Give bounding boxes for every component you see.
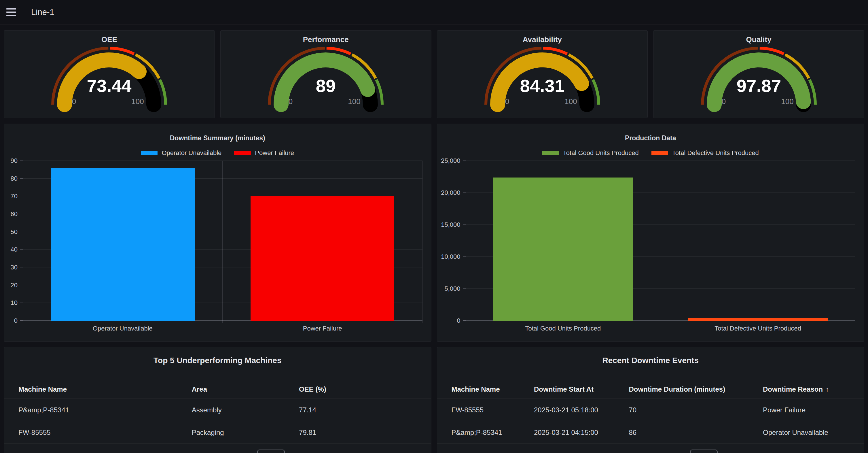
table-row: FW-85555Packaging79.81 xyxy=(4,421,431,444)
panel-downtime-summary: Downtime Summary (minutes) Operator Unav… xyxy=(4,124,431,342)
chart-title: Downtime Summary (minutes) xyxy=(4,134,431,142)
gauge-min-label: 0 xyxy=(505,97,509,106)
chart-legend: Operator UnavailablePower Failure xyxy=(4,149,431,157)
gauge-value: 89 xyxy=(316,76,336,96)
y-axis-tick-label: 10,000 xyxy=(437,253,461,261)
panel-top5-underperforming-machines: Top 5 Underperforming Machines Machine N… xyxy=(4,347,431,453)
gridline xyxy=(23,160,423,161)
gauge-value: 97.87 xyxy=(736,76,781,96)
gauge-max-label: 100 xyxy=(348,97,360,106)
y-axis-tick-label: 20,000 xyxy=(437,189,461,197)
chart-legend: Total Good Units ProducedTotal Defective… xyxy=(437,149,864,157)
table-cell: 77.14 xyxy=(299,406,431,414)
gauge-svg: 97.870100 xyxy=(695,45,822,112)
legend-label: Operator Unavailable xyxy=(161,149,221,157)
gauge-title: Performance xyxy=(303,35,349,44)
gauge-svg: 890100 xyxy=(262,45,389,112)
y-axis-tick-label: 50 xyxy=(4,228,18,236)
table-title: Recent Downtime Events xyxy=(437,356,864,365)
table: Machine NameAreaOEE (%)P&amp;P-85341Asse… xyxy=(4,380,431,444)
y-axis-tick-label: 15,000 xyxy=(437,221,461,229)
legend-item[interactable]: Total Defective Units Produced xyxy=(651,149,759,157)
column-header[interactable]: Machine Name xyxy=(452,385,534,393)
pagination-button[interactable] xyxy=(690,450,718,453)
y-axis-tick-label: 25,000 xyxy=(437,157,461,164)
panel-gauge-oee: OEE 73.440100 xyxy=(4,30,215,118)
legend-item[interactable]: Power Failure xyxy=(234,149,294,157)
table-cell: Operator Unavailable xyxy=(763,428,864,436)
axis-tick xyxy=(463,289,466,289)
sort-ascending-icon: ↑ xyxy=(826,385,829,393)
chart-title: Production Data xyxy=(437,134,864,142)
table-cell: 2025-03-21 04:15:00 xyxy=(534,428,629,436)
y-axis-line xyxy=(466,161,466,321)
column-header[interactable]: Downtime Reason↑ xyxy=(763,385,864,393)
column-header[interactable]: Downtime Start At xyxy=(534,385,629,393)
column-header[interactable]: Area xyxy=(192,385,299,393)
category-separator xyxy=(422,161,423,323)
category-separator xyxy=(660,161,660,323)
axis-tick xyxy=(463,160,466,161)
y-axis-tick-label: 20 xyxy=(4,281,18,289)
legend-label: Total Defective Units Produced xyxy=(672,149,759,157)
axis-tick xyxy=(20,321,23,321)
axis-tick xyxy=(20,160,23,161)
legend-item[interactable]: Operator Unavailable xyxy=(141,149,221,157)
gauge-value: 73.44 xyxy=(87,76,132,96)
y-axis-tick-label: 80 xyxy=(4,175,18,182)
axis-tick xyxy=(463,192,466,193)
table-cell: 70 xyxy=(629,406,763,414)
legend-swatch-icon xyxy=(542,151,559,155)
table-row: P&amp;P-853412025-03-21 04:15:0086Operat… xyxy=(437,421,864,444)
gauge-min-label: 0 xyxy=(721,97,725,106)
gauge-row: OEE 73.440100 Performance 890100 Availab… xyxy=(4,30,864,118)
axis-tick xyxy=(20,214,23,214)
axis-tick xyxy=(20,178,23,179)
category-separator xyxy=(222,161,223,323)
bar-total-good-units-produced xyxy=(493,178,633,321)
axis-tick xyxy=(463,224,466,225)
y-axis-tick-label: 10 xyxy=(4,299,18,307)
table-cell: 2025-03-21 05:18:00 xyxy=(534,406,629,414)
bar-total-defective-units-produced xyxy=(688,318,828,321)
table-cell: FW-85555 xyxy=(19,428,192,436)
table-row: P&amp;P-85341Assembly77.14 xyxy=(4,399,431,421)
gauge-min-label: 0 xyxy=(72,97,76,106)
x-axis-category-label: Operator Unavailable xyxy=(23,325,223,332)
y-axis-tick-label: 5,000 xyxy=(437,285,461,293)
table-cell: 79.81 xyxy=(299,428,431,436)
menu-icon[interactable] xyxy=(6,8,16,16)
axis-tick xyxy=(20,303,23,303)
y-axis-tick-label: 0 xyxy=(4,317,18,325)
column-header[interactable]: OEE (%) xyxy=(299,385,431,393)
legend-swatch-icon xyxy=(234,151,251,155)
x-axis-category-label: Power Failure xyxy=(223,325,423,332)
table: Machine NameDowntime Start AtDowntime Du… xyxy=(437,380,864,444)
axis-tick xyxy=(20,232,23,232)
panel-production-data: Production Data Total Good Units Produce… xyxy=(437,124,865,342)
gauge-quality: 97.870100 xyxy=(695,45,822,113)
axis-tick xyxy=(20,196,23,196)
column-header[interactable]: Downtime Duration (minutes) xyxy=(629,385,763,393)
legend-swatch-icon xyxy=(141,151,158,155)
x-axis-category-label: Total Good Units Produced xyxy=(466,325,661,332)
bar-chart-plot: 05,00010,00015,00020,00025,000Total Good… xyxy=(466,161,856,321)
gauge-max-label: 100 xyxy=(781,97,794,106)
legend-label: Total Good Units Produced xyxy=(563,149,639,157)
bar-power-failure xyxy=(251,196,395,321)
table-cell: FW-85555 xyxy=(452,406,534,414)
top-navigation-bar: Line-1 xyxy=(0,0,868,25)
table-header-row: Machine NameDowntime Start AtDowntime Du… xyxy=(437,380,864,399)
gauge-performance: 890100 xyxy=(262,45,389,113)
gauge-value: 84.31 xyxy=(520,76,564,96)
axis-tick xyxy=(463,321,466,321)
legend-item[interactable]: Total Good Units Produced xyxy=(542,149,639,157)
gauge-availability: 84.310100 xyxy=(479,45,606,113)
legend-label: Power Failure xyxy=(255,149,294,157)
pagination-button[interactable] xyxy=(257,450,285,453)
bar-operator-unavailable xyxy=(51,168,195,321)
column-header[interactable]: Machine Name xyxy=(19,385,192,393)
gauge-title: Availability xyxy=(523,35,562,44)
y-axis-tick-label: 40 xyxy=(4,246,18,253)
table-cell: Power Failure xyxy=(763,406,864,414)
